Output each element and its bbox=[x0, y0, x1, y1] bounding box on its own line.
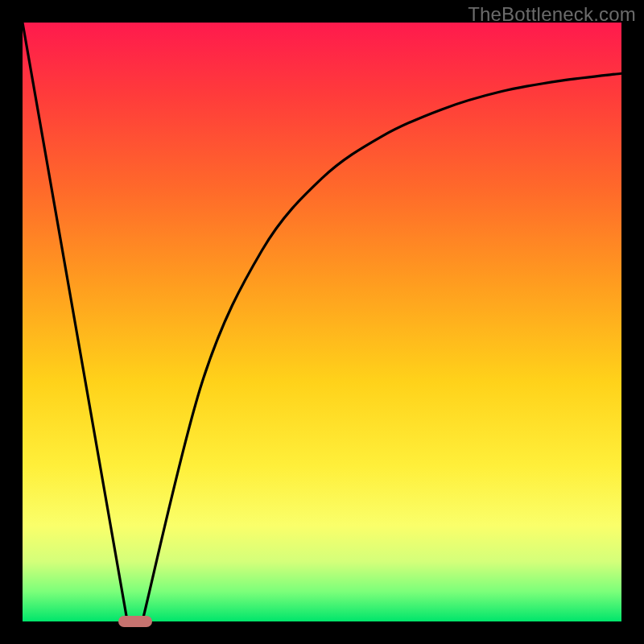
watermark-text: TheBottleneck.com bbox=[468, 3, 636, 26]
bottleneck-curve bbox=[23, 23, 621, 621]
curve-right-ascent bbox=[142, 73, 621, 621]
optimum-marker bbox=[118, 616, 152, 627]
plot-area bbox=[23, 23, 621, 621]
curve-left-descent bbox=[23, 23, 127, 621]
chart-frame: TheBottleneck.com bbox=[0, 0, 644, 644]
